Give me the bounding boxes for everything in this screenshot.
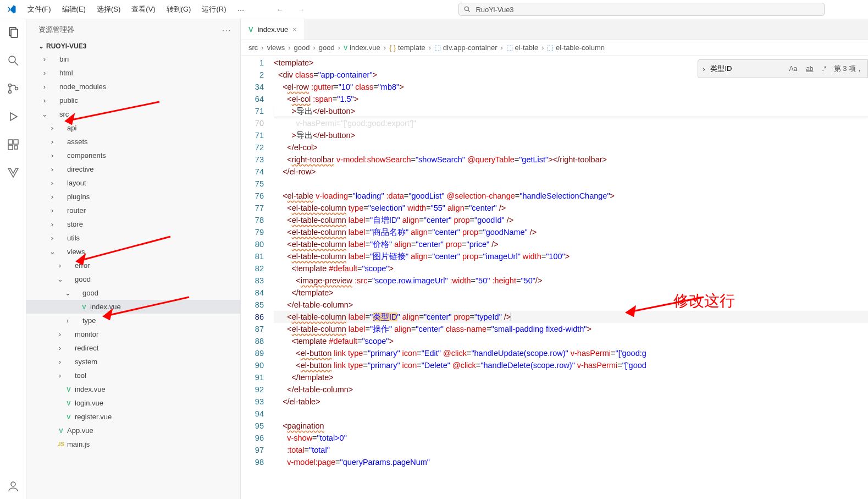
run-debug-icon[interactable] (7, 110, 20, 125)
folder-item[interactable]: ›plugins (26, 190, 240, 204)
folder-item[interactable]: ›router (26, 204, 240, 217)
folder-item[interactable]: ›bin (26, 52, 240, 66)
folder-item[interactable]: ›error (26, 259, 240, 272)
vscode-logo-icon (0, 4, 23, 14)
accounts-icon[interactable] (7, 480, 20, 495)
svg-point-7 (8, 91, 11, 94)
source-control-icon[interactable] (7, 82, 20, 97)
tabs: V index.vue × (241, 19, 868, 40)
chevron-right-icon[interactable]: › (703, 65, 705, 73)
crumb[interactable]: src (248, 43, 258, 52)
file-item[interactable]: Vindex.vue (26, 382, 240, 396)
code-area[interactable]: 1234647170717273747576777879808182838485… (241, 56, 868, 499)
folder-item[interactable]: ⌄good (26, 272, 240, 286)
folder-item[interactable]: ›components (26, 149, 240, 162)
crumb[interactable]: good (319, 43, 335, 52)
svg-point-4 (9, 56, 15, 63)
js-file-icon: JS (56, 441, 66, 447)
folder-item[interactable]: ›api (26, 121, 240, 135)
find-widget[interactable]: › Aa ab .* 第 3 项， (698, 59, 868, 78)
folder-item[interactable]: ⌄views (26, 245, 240, 259)
folder-item[interactable]: ⌄src (26, 107, 240, 121)
crumb[interactable]: views (267, 43, 285, 52)
match-case-icon[interactable]: Aa (787, 64, 799, 74)
search-icon[interactable] (7, 54, 20, 69)
folder-item[interactable]: ›directive (26, 162, 240, 176)
regex-icon[interactable]: .* (821, 64, 828, 74)
folder-item[interactable]: ›system (26, 355, 240, 369)
sidebar: 资源管理器 ··· ⌄ RUOYI-VUE3 ›bin›html›node_mo… (26, 19, 241, 499)
menu-item[interactable]: 查看(V) (127, 2, 159, 17)
breadcrumb[interactable]: src›views›good›good›V index.vue›{ } temp… (241, 40, 868, 56)
file-item[interactable]: Vlogin.vue (26, 396, 240, 410)
folder-item[interactable]: ›layout (26, 176, 240, 190)
chevron-down-icon: ⌄ (38, 42, 44, 50)
menu-item[interactable]: 转到(G) (162, 2, 196, 17)
svg-rect-13 (14, 146, 18, 149)
folder-item[interactable]: ›monitor (26, 327, 240, 341)
vue-file-icon: V (79, 304, 89, 310)
crumb[interactable]: good (294, 43, 310, 52)
crumb[interactable]: ⬚ el-table-column (547, 43, 605, 52)
menu-item[interactable]: 文件(F) (23, 2, 56, 17)
more-icon[interactable]: ··· (222, 26, 231, 34)
folder-item[interactable]: ›utils (26, 231, 240, 245)
vue-icon[interactable] (7, 166, 20, 181)
crumb[interactable]: V index.vue (344, 43, 380, 52)
menu-item[interactable]: 选择(S) (92, 2, 125, 17)
menu-item[interactable]: 编辑(E) (58, 2, 90, 17)
vue-file-icon: V (64, 386, 74, 393)
file-tree: ›bin›html›node_modules›public⌄src›api›as… (26, 52, 240, 499)
folder-item[interactable]: ›html (26, 66, 240, 80)
svg-point-8 (15, 87, 18, 90)
tab-index-vue[interactable]: V index.vue × (241, 19, 305, 40)
find-input[interactable] (710, 65, 782, 73)
file-item[interactable]: Vindex.vue (26, 300, 240, 314)
folder-item[interactable]: ›public (26, 94, 240, 107)
nav-forward-icon[interactable]: → (297, 6, 305, 14)
crumb[interactable]: ⬚ div.app-container (434, 43, 497, 52)
folder-item[interactable]: ⌄good (26, 286, 240, 300)
vue-file-icon: V (248, 25, 253, 34)
svg-point-14 (11, 482, 15, 486)
folder-item[interactable]: ›store (26, 217, 240, 231)
vue-file-icon: V (56, 427, 66, 434)
file-item[interactable]: Vregister.vue (26, 410, 240, 424)
file-item[interactable]: JSmain.js (26, 437, 240, 451)
editor: V index.vue × src›views›good›good›V inde… (241, 19, 868, 499)
project-root[interactable]: ⌄ RUOYI-VUE3 (26, 40, 240, 52)
activity-bar (0, 19, 26, 499)
folder-item[interactable]: ›node_modules (26, 80, 240, 94)
extensions-icon[interactable] (7, 138, 20, 153)
folder-item[interactable]: ›type (26, 314, 240, 327)
close-icon[interactable]: × (292, 25, 297, 34)
vue-file-icon: V (64, 414, 74, 420)
search-icon (463, 6, 471, 13)
folder-item[interactable]: ›tool (26, 369, 240, 382)
find-result: 第 3 项， (834, 64, 863, 74)
folder-item[interactable]: ›assets (26, 135, 240, 149)
svg-point-6 (8, 84, 11, 87)
svg-rect-12 (8, 145, 13, 150)
sidebar-title: 资源管理器 (38, 25, 74, 35)
menu-item[interactable]: 运行(R) (197, 2, 230, 17)
svg-marker-9 (10, 113, 17, 120)
match-whole-word-icon[interactable]: ab (804, 64, 815, 74)
file-item[interactable]: VApp.vue (26, 424, 240, 437)
crumb[interactable]: { } template (389, 43, 425, 52)
gutter: 1234647170717273747576777879808182838485… (241, 56, 274, 499)
folder-item[interactable]: ›redirect (26, 341, 240, 355)
menu-item[interactable]: … (233, 2, 248, 17)
svg-rect-11 (14, 140, 18, 144)
menu-bar: 文件(F)编辑(E)选择(S)查看(V)转到(G)运行(R)… (23, 2, 248, 17)
explorer-icon[interactable] (7, 26, 20, 41)
svg-point-0 (465, 7, 469, 10)
nav-history: ← → (276, 6, 305, 14)
vue-file-icon: V (64, 400, 74, 407)
nav-back-icon[interactable]: ← (276, 6, 283, 14)
search-text: RuoYi-Vue3 (476, 6, 513, 14)
command-center[interactable]: RuoYi-Vue3 (458, 3, 825, 16)
svg-line-1 (468, 10, 470, 12)
code[interactable]: <template> <div class="app-container"> <… (274, 56, 868, 499)
crumb[interactable]: ⬚ el-table (506, 43, 538, 52)
